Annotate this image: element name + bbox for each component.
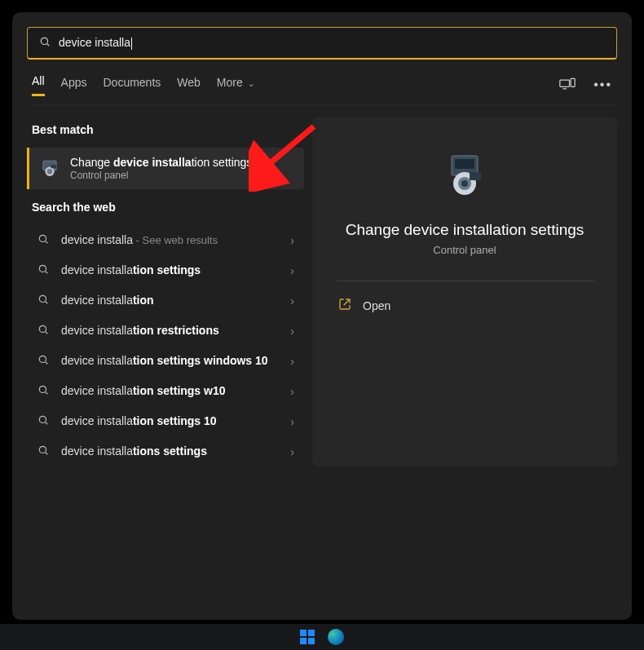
more-options-icon[interactable]: ••• bbox=[593, 77, 612, 94]
search-icon bbox=[39, 36, 51, 51]
svg-line-22 bbox=[46, 422, 48, 425]
search-icon bbox=[37, 444, 50, 458]
svg-point-17 bbox=[39, 356, 46, 362]
chevron-right-icon: › bbox=[290, 264, 294, 277]
svg-point-13 bbox=[39, 295, 46, 302]
search-input[interactable]: device installa bbox=[59, 36, 605, 50]
web-result-text: device installation settings windows 10 bbox=[61, 354, 279, 368]
chevron-right-icon: › bbox=[290, 234, 294, 247]
search-icon bbox=[37, 233, 50, 247]
svg-line-18 bbox=[46, 362, 48, 365]
chevron-right-icon: › bbox=[290, 385, 294, 398]
web-result-text: device installation bbox=[61, 294, 279, 307]
svg-line-24 bbox=[46, 453, 48, 455]
svg-point-15 bbox=[39, 325, 46, 332]
best-match-subtitle: Control panel bbox=[70, 170, 252, 181]
svg-line-12 bbox=[46, 272, 48, 274]
tab-more[interactable]: More ⌄ bbox=[217, 76, 254, 95]
search-web-header: Search the web bbox=[32, 201, 299, 214]
svg-point-9 bbox=[39, 235, 46, 241]
control-panel-icon bbox=[39, 158, 60, 179]
search-icon bbox=[37, 384, 50, 398]
edge-icon[interactable] bbox=[328, 629, 344, 645]
search-icon bbox=[37, 324, 50, 338]
tab-apps[interactable]: Apps bbox=[61, 76, 87, 95]
search-icon bbox=[37, 354, 50, 368]
svg-rect-4 bbox=[571, 78, 575, 86]
svg-line-10 bbox=[46, 241, 48, 244]
web-result-text: device installations settings bbox=[61, 444, 279, 458]
best-match-header: Best match bbox=[32, 123, 299, 136]
web-result[interactable]: device installation settings windows 10› bbox=[27, 346, 304, 376]
taskbar bbox=[0, 624, 644, 650]
open-label: Open bbox=[363, 299, 390, 312]
search-icon bbox=[37, 263, 50, 277]
preview-title: Change device installation settings bbox=[346, 221, 584, 239]
search-icon bbox=[37, 414, 50, 428]
best-match-title: Change device installation settings bbox=[70, 156, 252, 169]
open-action[interactable]: Open bbox=[335, 290, 594, 321]
svg-point-7 bbox=[47, 169, 53, 175]
web-result-text: device installation settings 10 bbox=[61, 414, 279, 428]
svg-point-19 bbox=[39, 386, 46, 392]
svg-rect-2 bbox=[560, 80, 570, 86]
web-result[interactable]: device installation settings 10› bbox=[27, 406, 304, 436]
preview-pane: Change device installation settings Cont… bbox=[312, 117, 617, 466]
tabs-row: All Apps Documents Web More ⌄ ••• bbox=[27, 74, 617, 105]
web-result-text: device installation settings w10 bbox=[61, 384, 279, 398]
best-match-result[interactable]: Change device installation settings Cont… bbox=[27, 148, 304, 189]
svg-line-16 bbox=[46, 332, 48, 334]
start-button[interactable] bbox=[300, 630, 315, 644]
svg-point-0 bbox=[41, 38, 47, 44]
svg-line-14 bbox=[46, 302, 48, 304]
svg-line-20 bbox=[46, 392, 48, 395]
open-icon bbox=[338, 298, 351, 313]
svg-point-21 bbox=[39, 416, 46, 422]
search-box[interactable]: device installa bbox=[27, 27, 617, 60]
web-result[interactable]: device installation settings w10› bbox=[27, 376, 304, 406]
web-result[interactable]: device installations settings› bbox=[27, 436, 304, 466]
search-icon bbox=[37, 294, 50, 307]
web-result-text: device installation restrictions bbox=[61, 324, 279, 338]
web-result-text: device installation settings bbox=[61, 263, 279, 277]
svg-rect-26 bbox=[455, 159, 474, 169]
tab-documents[interactable]: Documents bbox=[103, 76, 161, 95]
web-result[interactable]: device installation restrictions› bbox=[27, 316, 304, 346]
preview-subtitle: Control panel bbox=[433, 244, 496, 256]
svg-rect-30 bbox=[470, 172, 481, 180]
chevron-down-icon: ⌄ bbox=[245, 79, 254, 88]
svg-point-23 bbox=[39, 446, 46, 453]
chevron-right-icon: › bbox=[290, 325, 294, 338]
web-result[interactable]: device installa - See web results› bbox=[27, 225, 304, 255]
svg-point-11 bbox=[39, 265, 46, 272]
tab-web[interactable]: Web bbox=[177, 76, 201, 95]
web-result[interactable]: device installation› bbox=[27, 285, 304, 316]
web-result-text: device installa - See web results bbox=[61, 233, 279, 247]
devices-icon[interactable] bbox=[559, 77, 576, 94]
separator bbox=[335, 281, 594, 281]
chevron-right-icon: › bbox=[290, 445, 294, 458]
chevron-right-icon: › bbox=[290, 415, 294, 428]
chevron-right-icon: › bbox=[290, 294, 294, 307]
svg-rect-8 bbox=[51, 165, 57, 168]
chevron-right-icon: › bbox=[290, 355, 294, 368]
svg-line-1 bbox=[47, 43, 50, 46]
web-result[interactable]: device installation settings› bbox=[27, 255, 304, 285]
svg-point-29 bbox=[461, 180, 468, 187]
preview-icon bbox=[439, 149, 491, 201]
tab-all[interactable]: All bbox=[32, 74, 45, 96]
